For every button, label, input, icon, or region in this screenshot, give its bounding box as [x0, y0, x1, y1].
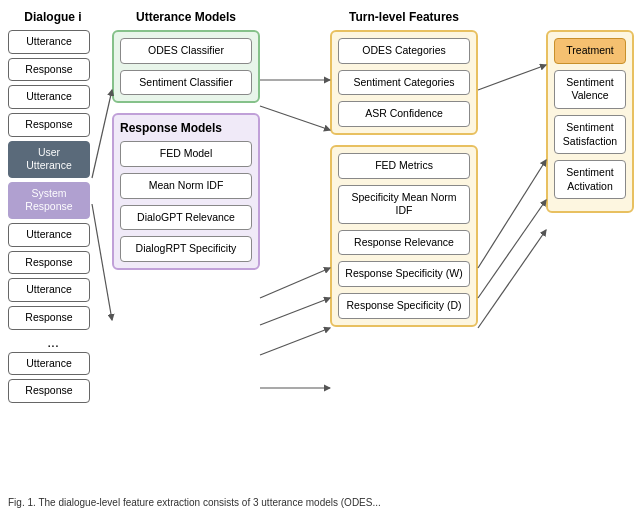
svg-line-3	[260, 106, 330, 130]
svg-line-11	[478, 230, 546, 328]
treatment-group: TreatmentSentiment ValenceSentiment Sati…	[546, 30, 634, 213]
utterance-models-header: Utterance Models	[112, 10, 260, 24]
dialogue-item: User Utterance	[8, 141, 90, 178]
dialogue-item: Utterance	[8, 278, 90, 302]
response-model-box: FED Model	[120, 141, 252, 167]
dialogue-item: Utterance	[8, 223, 90, 247]
response-model-box: DialogRPT Specificity	[120, 236, 252, 262]
dialogue-ellipsis: ...	[8, 334, 98, 350]
utterance-group: ODES ClassifierSentiment Classifier	[112, 30, 260, 103]
svg-line-10	[478, 200, 546, 298]
dialogue-item: Utterance	[8, 352, 90, 376]
utterance-model-box: ODES Classifier	[120, 38, 252, 64]
dialogue-item: Response	[8, 251, 90, 275]
treatment-box: Sentiment Activation	[554, 160, 626, 199]
dialogue-item: System Response	[8, 182, 90, 219]
figure-caption: Fig. 1. The dialogue-level feature extra…	[8, 497, 381, 508]
lower-feature-box: Response Relevance	[338, 230, 470, 256]
response-models-header: Response Models	[120, 121, 252, 135]
response-group: Response Models FED ModelMean Norm IDFDi…	[112, 113, 260, 270]
response-model-box: DialoGPT Relevance	[120, 205, 252, 231]
turn-features-header: Turn-level Features	[330, 10, 478, 24]
dialogue-item: Response	[8, 113, 90, 137]
upper-feature-box: ASR Confidence	[338, 101, 470, 127]
dialogue-header: Dialogue i	[8, 10, 98, 24]
svg-line-9	[478, 160, 546, 268]
svg-line-8	[478, 65, 546, 90]
dialogue-item: Response	[8, 379, 90, 403]
treatment-header	[546, 10, 634, 24]
upper-features-group: ODES CategoriesSentiment CategoriesASR C…	[330, 30, 478, 135]
dialogue-item: Utterance	[8, 30, 90, 54]
dialogue-item: Response	[8, 306, 90, 330]
svg-line-6	[260, 328, 330, 355]
svg-line-5	[260, 298, 330, 325]
utterance-model-box: Sentiment Classifier	[120, 70, 252, 96]
treatment-box: Sentiment Satisfaction	[554, 115, 626, 154]
lower-feature-box: Response Specificity (W)	[338, 261, 470, 287]
response-model-box: Mean Norm IDF	[120, 173, 252, 199]
lower-features-group: FED MetricsSpecificity Mean Norm IDFResp…	[330, 145, 478, 327]
dialogue-item: Response	[8, 58, 90, 82]
upper-feature-box: ODES Categories	[338, 38, 470, 64]
lower-feature-box: Specificity Mean Norm IDF	[338, 185, 470, 224]
svg-line-4	[260, 268, 330, 298]
upper-feature-box: Sentiment Categories	[338, 70, 470, 96]
treatment-box: Treatment	[554, 38, 626, 64]
dialogue-item: Utterance	[8, 85, 90, 109]
treatment-box: Sentiment Valence	[554, 70, 626, 109]
lower-feature-box: Response Specificity (D)	[338, 293, 470, 319]
lower-feature-box: FED Metrics	[338, 153, 470, 179]
